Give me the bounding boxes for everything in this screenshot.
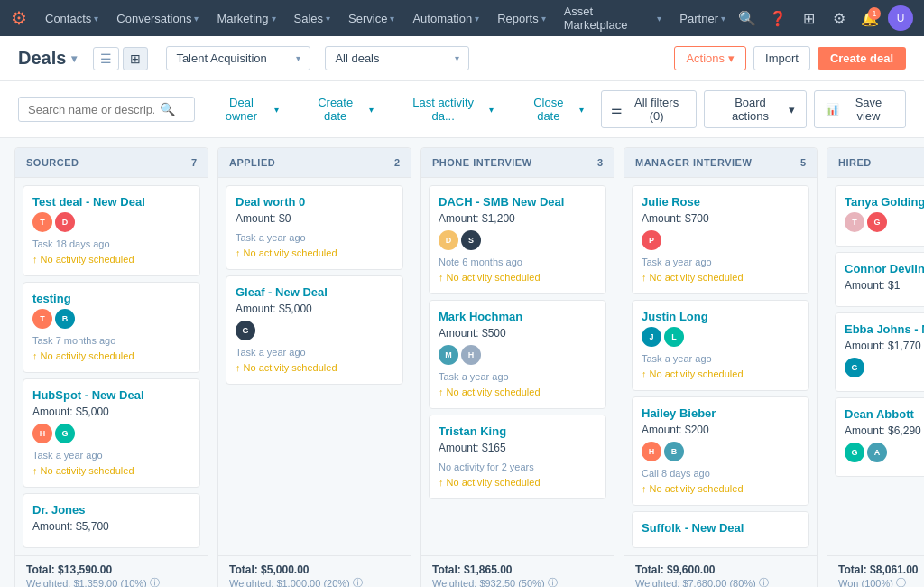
deal-no-activity: ↑ No activity scheduled (32, 349, 190, 364)
user-avatar[interactable]: U (888, 5, 913, 31)
info-icon[interactable]: ⓘ (150, 576, 160, 587)
deal-card[interactable]: Deal worth 0Amount: $0Task a year ago↑ N… (226, 185, 403, 270)
avatar: T (845, 212, 864, 232)
settings-icon[interactable]: ⚙ (827, 5, 852, 31)
create-date-filter[interactable]: Create date ▾ (296, 90, 383, 128)
deal-last-activity: Task a year ago (642, 351, 799, 367)
last-activity-filter[interactable]: Last activity da... ▾ (391, 90, 504, 128)
deal-avatars: G (845, 358, 924, 377)
nav-asset-marketplace[interactable]: Asset Marketplace ▾ (555, 0, 671, 36)
deal-meta: Call 8 days ago↑ No activity scheduled (642, 466, 799, 496)
nav-reports[interactable]: Reports ▾ (488, 0, 555, 36)
avatar: B (664, 442, 684, 461)
filter-preset-dropdown[interactable]: All deals ▾ (325, 46, 469, 70)
column-count-applied: 2 (394, 157, 400, 168)
deal-avatars: TB (32, 309, 190, 329)
search-icon[interactable]: 🔍 (735, 5, 760, 31)
nav-sales[interactable]: Sales ▾ (285, 0, 340, 36)
board-view-button[interactable]: ⊞ (123, 47, 148, 70)
help-icon[interactable]: ❓ (765, 5, 790, 31)
column-title-phone_interview: PHONE INTERVIEW (432, 157, 532, 168)
deal-amount: Amount: $6,290 (845, 424, 924, 437)
notifications-icon[interactable]: 🔔 1 (857, 5, 882, 31)
deal-card[interactable]: Connor DevlinAmount: $1 (835, 252, 924, 307)
search-box[interactable]: 🔍 (18, 97, 195, 122)
nav-marketing[interactable]: Marketing ▾ (208, 0, 284, 36)
column-body-manager_interview: Julie RoseAmount: $700PTask a year ago↑ … (624, 178, 817, 555)
all-filters-button[interactable]: ⚌ All filters (0) (601, 90, 697, 128)
deal-name: Tristan King (439, 424, 596, 438)
deal-name: Dr. Jones (32, 503, 190, 517)
deal-name: Justin Long (642, 310, 799, 323)
actions-button[interactable]: Actions ▾ (674, 46, 746, 70)
nav-conversations[interactable]: Conversations ▾ (107, 0, 208, 36)
deal-avatars: GA (845, 443, 924, 462)
column-weighted: Weighted: $1,359.00 (10%) ⓘ (26, 576, 197, 587)
deal-card[interactable]: Suffolk - New Deal (632, 511, 809, 548)
deal-card[interactable]: Tanya GoldingTG (835, 185, 924, 247)
deal-card[interactable]: Hailey BieberAmount: $200HBCall 8 days a… (632, 396, 809, 506)
deal-no-activity: ↑ No activity scheduled (439, 270, 596, 285)
nav-partner[interactable]: Partner ▾ (670, 0, 735, 36)
apps-icon[interactable]: ⊞ (796, 5, 821, 31)
deal-card[interactable]: Dean AbbottAmount: $6,290GA (835, 397, 924, 477)
search-input[interactable] (28, 103, 154, 116)
board-actions-button[interactable]: Board actions ▾ (704, 90, 807, 128)
avatar: B (55, 309, 75, 329)
column-body-phone_interview: DACH - SMB New DealAmount: $1,200DSNote … (421, 178, 614, 555)
deal-amount: Amount: $165 (439, 442, 596, 454)
deal-name: Dean Abbott (845, 407, 924, 421)
filter-right-actions: Board actions ▾ 📊 Save view (704, 90, 906, 128)
chevron-down-icon: ▾ (789, 103, 795, 116)
deal-last-activity: Task a year ago (236, 345, 393, 360)
list-view-button[interactable]: ☰ (93, 47, 119, 70)
nav-automation[interactable]: Automation ▾ (403, 0, 488, 36)
avatar: G (236, 321, 255, 340)
pipeline-dropdown[interactable]: Talent Acquisition ▾ (166, 46, 310, 70)
deal-card[interactable]: Test deal - New DealTDTask 18 days ago↑ … (23, 185, 200, 276)
chevron-down-icon: ▾ (94, 14, 98, 23)
nav-service[interactable]: Service ▾ (339, 0, 403, 36)
deal-no-activity: ↑ No activity scheduled (642, 367, 799, 382)
info-icon[interactable]: ⓘ (896, 576, 906, 587)
column-count-sourced: 7 (191, 157, 197, 168)
deal-last-activity: Task a year ago (32, 448, 190, 463)
info-icon[interactable]: ⓘ (548, 576, 558, 587)
avatar: L (664, 327, 684, 347)
hubspot-logo[interactable]: ⚙ (11, 7, 27, 29)
nav-contacts[interactable]: Contacts ▾ (36, 0, 107, 36)
deal-no-activity: ↑ No activity scheduled (642, 270, 799, 285)
close-date-filter[interactable]: Close date ▾ (511, 90, 594, 128)
column-header-hired: HIRED4 (827, 148, 924, 178)
deal-card[interactable]: Gleaf - New DealAmount: $5,000GTask a ye… (226, 275, 403, 385)
deal-card[interactable]: Mark HochmanAmount: $500MHTask a year ag… (429, 300, 606, 409)
column-weighted: Won (100%) ⓘ (838, 576, 924, 587)
info-icon[interactable]: ⓘ (353, 576, 363, 587)
column-header-phone_interview: PHONE INTERVIEW3 (421, 148, 614, 178)
deal-avatars: HB (642, 442, 799, 461)
deal-card[interactable]: DACH - SMB New DealAmount: $1,200DSNote … (429, 185, 606, 294)
deal-card[interactable]: Justin LongJLTask a year ago↑ No activit… (632, 300, 809, 391)
pipeline-select: Talent Acquisition ▾ (166, 46, 310, 70)
deal-card[interactable]: testingTBTask 7 months ago↑ No activity … (23, 282, 200, 373)
deal-card[interactable]: HubSpot - New DealAmount: $5,000HGTask a… (23, 378, 200, 488)
deal-owner-filter[interactable]: Deal owner ▾ (202, 90, 288, 128)
create-deal-button[interactable]: Create deal (818, 47, 906, 70)
deal-card[interactable]: Ebba Johns - New DealAmount: $1,770G (835, 312, 924, 392)
deal-last-activity: Task a year ago (236, 230, 393, 246)
deal-no-activity: ↑ No activity scheduled (32, 252, 190, 267)
chevron-down-icon: ▾ (728, 51, 735, 65)
avatar: H (642, 442, 661, 461)
deal-no-activity: ↑ No activity scheduled (439, 475, 596, 490)
save-view-button[interactable]: 📊 Save view (814, 90, 906, 128)
deal-card[interactable]: Tristan KingAmount: $165No activity for … (429, 415, 606, 499)
deal-no-activity: ↑ No activity scheduled (236, 246, 393, 261)
deals-title[interactable]: Deals ▾ (18, 48, 77, 69)
info-icon[interactable]: ⓘ (759, 576, 769, 587)
column-total: Total: $5,000.00 (229, 564, 400, 576)
column-count-manager_interview: 5 (800, 157, 806, 168)
import-button[interactable]: Import (753, 46, 810, 70)
deal-card[interactable]: Julie RoseAmount: $700PTask a year ago↑ … (632, 185, 809, 294)
avatar: T (32, 212, 52, 232)
deal-card[interactable]: Dr. JonesAmount: $5,700 (23, 493, 200, 548)
